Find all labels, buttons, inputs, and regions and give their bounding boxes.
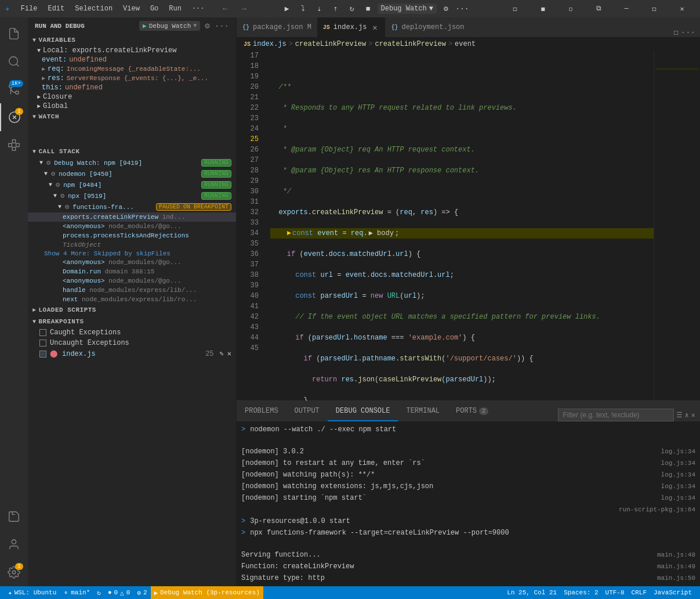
console-link[interactable]: log.js:34 xyxy=(661,446,695,457)
debug-step-over-button[interactable]: ⤵ xyxy=(296,2,310,16)
panel-close-icon[interactable]: ✕ xyxy=(691,411,695,420)
bc-event[interactable]: event xyxy=(455,40,476,48)
split-editor-icon[interactable]: ◻ xyxy=(673,27,678,37)
bp-caught-exceptions[interactable]: Caught Exceptions xyxy=(28,327,236,338)
frame-handle[interactable]: handle node_modules/express/lib/... xyxy=(28,286,236,295)
console-link[interactable]: log.js:34 xyxy=(661,493,695,503)
tab-problems[interactable]: PROBLEMS xyxy=(237,401,286,421)
nav-back-button[interactable]: ← xyxy=(217,2,234,15)
menu-view[interactable]: View xyxy=(118,3,144,14)
edit-bp-icon[interactable]: ✎ xyxy=(220,349,224,358)
tab-debug-console[interactable]: DEBUG CONSOLE xyxy=(328,401,398,421)
breakpoints-header[interactable]: ▼ BREAKPOINTS xyxy=(28,316,236,327)
debug-more-icon[interactable]: ··· xyxy=(215,21,229,31)
debug-step-out-button[interactable]: ⇡ xyxy=(329,2,343,16)
bp-uncaught-checkbox[interactable] xyxy=(39,340,46,347)
frame-create-link-preview[interactable]: exports.createLinkPreview ind... xyxy=(28,212,236,222)
menu-more[interactable]: ··· xyxy=(187,3,209,14)
activity-explorer[interactable] xyxy=(0,20,28,48)
frame-anonymous-3[interactable]: <anonymous> node_modules/@go... xyxy=(28,276,236,286)
activity-accounts[interactable] xyxy=(0,531,28,558)
frame-anonymous-2[interactable]: <anonymous> node_modules/@go... xyxy=(28,258,236,267)
debug-more-button[interactable]: ··· xyxy=(455,2,469,16)
tab-deployment-json[interactable]: {} deployment.json xyxy=(385,17,470,37)
menu-selection[interactable]: Selection xyxy=(70,3,117,14)
status-debug[interactable]: ▶ Debug Watch (3p-resources) xyxy=(151,586,263,599)
bp-indexjs[interactable]: ✓ ⬤ index.js 25 ✎ ✕ xyxy=(28,348,236,359)
callstack-nodemon[interactable]: ▼ ⚙ nodemon [9450] RUNNING xyxy=(28,168,236,179)
activity-settings[interactable]: 1 xyxy=(0,558,28,586)
frame-domain-run[interactable]: Domain.run domain 388:15 xyxy=(28,267,236,276)
status-sync[interactable]: ↻ xyxy=(93,586,104,599)
menu-go[interactable]: Go xyxy=(146,3,163,14)
window-minimize-button[interactable]: — xyxy=(613,0,640,17)
more-actions-icon[interactable]: ··· xyxy=(681,28,695,37)
debug-gear-icon[interactable]: ⚙ xyxy=(205,21,209,31)
tab-close-button[interactable]: ✕ xyxy=(370,23,379,32)
tab-terminal[interactable]: TERMINAL xyxy=(398,401,448,421)
debug-continue-button[interactable]: ▶ xyxy=(280,2,294,16)
window-maximize-button[interactable]: ◻ xyxy=(641,0,668,17)
console-link[interactable]: log.js:34 xyxy=(661,458,695,468)
var-res[interactable]: ► res: ServerResponse {_events: {...}, _… xyxy=(28,74,236,83)
status-errors[interactable]: ● 0 △ 0 xyxy=(104,586,133,599)
console-link[interactable]: log.js:34 xyxy=(661,470,695,480)
frame-next[interactable]: next node_modules/express/lib/ro... xyxy=(28,295,236,304)
status-line-ending[interactable]: CRLF xyxy=(628,586,650,599)
debug-restart-button[interactable]: ↻ xyxy=(345,2,359,16)
tab-ports[interactable]: PORTS 2 xyxy=(448,401,496,421)
callstack-functions[interactable]: ▼ ⚙ functions-fra... PAUSED ON BREAKPOIN… xyxy=(28,201,236,212)
skipped-frames-link[interactable]: Show 4 More: Skipped by skipFiles xyxy=(28,250,236,258)
console-filter-input[interactable] xyxy=(558,409,674,421)
console-link[interactable]: main.js:49 xyxy=(657,561,695,572)
activity-extensions[interactable] xyxy=(0,131,28,159)
tab-package-json[interactable]: {} package.json M xyxy=(237,17,317,37)
window-close-button[interactable]: ✕ xyxy=(669,0,695,17)
global-group[interactable]: ► Global xyxy=(28,102,236,111)
window-layout-1-button[interactable]: ◻ xyxy=(502,0,528,17)
watch-header[interactable]: ▼ WATCH xyxy=(28,111,236,122)
status-spaces[interactable]: Spaces: 2 xyxy=(560,586,601,599)
callstack-header[interactable]: ▼ CALL STACK xyxy=(28,146,236,157)
bp-caught-checkbox[interactable] xyxy=(39,329,46,336)
debug-settings-button[interactable]: ⚙ xyxy=(439,2,453,16)
bp-indexjs-checkbox[interactable]: ✓ xyxy=(39,351,46,358)
var-this[interactable]: this: undefined xyxy=(28,83,236,92)
tab-index-js[interactable]: JS index.js ✕ xyxy=(317,17,386,37)
var-req[interactable]: ► req: IncomingMessage {_readableState:.… xyxy=(28,64,236,74)
frame-processticks[interactable]: process.processTicksAndRejections xyxy=(28,231,236,240)
code-editor[interactable]: 17 18 19 20 21 22 23 24 25 26 27 28 29 3… xyxy=(237,50,654,400)
console-link[interactable]: main.js:50 xyxy=(657,573,695,583)
loaded-scripts-header[interactable]: ► LOADED SCRIPTS xyxy=(28,304,236,316)
console-link[interactable]: run-script-pkg.js:64 xyxy=(619,504,695,515)
activity-source-control[interactable]: 1K+ xyxy=(0,75,28,103)
variables-header[interactable]: ▼ VARIABLES xyxy=(28,34,236,46)
status-encoding[interactable]: UTF-8 xyxy=(602,586,628,599)
debug-config-select[interactable]: ▶ Debug Watch ▼ xyxy=(139,21,200,31)
collapse-up-icon[interactable]: ∧ xyxy=(685,411,689,420)
window-layout-3-button[interactable]: ◽ xyxy=(557,0,584,17)
activity-search[interactable] xyxy=(0,48,28,75)
status-branch[interactable]: ⚬ main* xyxy=(60,586,93,599)
window-layout-4-button[interactable]: ⧉ xyxy=(585,0,612,17)
remove-bp-icon[interactable]: ✕ xyxy=(227,349,231,358)
debug-config-dropdown[interactable]: Debug Watch ▼ xyxy=(378,3,437,14)
callstack-npm[interactable]: ▼ ⚙ npm [9484] RUNNING xyxy=(28,179,236,190)
console-link[interactable]: log.js:34 xyxy=(661,481,695,492)
debug-step-into-button[interactable]: ⇣ xyxy=(313,2,327,16)
callstack-npx[interactable]: ▼ ⚙ npx [9519] RUNNING xyxy=(28,190,236,201)
console-link[interactable]: main.js:48 xyxy=(657,550,695,560)
status-position[interactable]: Ln 25, Col 21 xyxy=(503,586,560,599)
debug-stop-button[interactable]: ■ xyxy=(361,2,375,16)
var-event[interactable]: event: undefined xyxy=(28,55,236,64)
bc-function-2[interactable]: createLinkPreview xyxy=(375,40,445,48)
menu-file[interactable]: File xyxy=(16,3,42,14)
bc-function-1[interactable]: createLinkPreview xyxy=(295,40,366,48)
bc-filename[interactable]: index.js xyxy=(253,40,286,48)
local-group[interactable]: ▼ Local: exports.createLinkPreview xyxy=(28,46,236,55)
frame-anonymous-1[interactable]: <anonymous> node_modules/@go... xyxy=(28,222,236,231)
nav-forward-button[interactable]: → xyxy=(236,2,252,15)
menu-run[interactable]: Run xyxy=(164,3,186,14)
filter-list-icon[interactable]: ☰ xyxy=(676,411,683,420)
callstack-debug-watch[interactable]: ▼ ⚙ Debug Watch: npm [9419] RUNNING xyxy=(28,157,236,168)
